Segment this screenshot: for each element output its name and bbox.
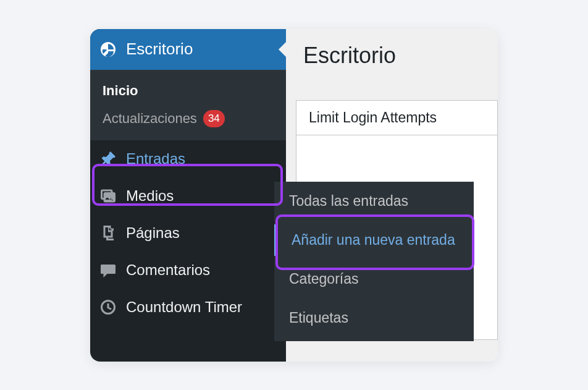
page-title: Escritorio [286, 29, 498, 69]
flyout-label: Todas las entradas [289, 193, 408, 209]
sidebar-item-label: Escritorio [126, 40, 193, 59]
flyout-item-add-new[interactable]: Añadir una nueva entrada [274, 221, 474, 260]
posts-flyout: Todas las entradas Añadir una nueva entr… [274, 182, 474, 341]
card-title: Limit Login Attempts [296, 101, 497, 135]
submenu-label: Actualizaciones [103, 111, 197, 127]
clock-icon [99, 298, 117, 316]
app-frame: Escritorio Limit Login Attempts Escritor… [90, 29, 498, 362]
sidebar-item-media[interactable]: Medios [90, 177, 286, 214]
sidebar-item-pages[interactable]: Páginas [90, 214, 286, 252]
flyout-label: Añadir una nueva entrada [292, 232, 455, 248]
submenu-item-updates[interactable]: Actualizaciones 34 [90, 104, 286, 133]
flyout-label: Etiquetas [289, 310, 348, 326]
dashboard-icon [99, 40, 117, 59]
pages-icon [99, 224, 117, 242]
sidebar-item-label: Medios [126, 187, 174, 205]
updates-badge: 34 [203, 110, 225, 127]
flyout-item-tags[interactable]: Etiquetas [274, 299, 474, 337]
submenu-label: Inicio [103, 83, 138, 99]
sidebar-item-label: Páginas [126, 224, 180, 242]
pin-icon [99, 150, 117, 168]
flyout-item-all-posts[interactable]: Todas las entradas [274, 182, 474, 221]
flyout-label: Categorías [289, 271, 359, 287]
dashboard-submenu: Inicio Actualizaciones 34 [90, 70, 286, 140]
sidebar-item-label: Countdown Timer [126, 299, 242, 316]
sidebar-item-countdown[interactable]: Countdown Timer [90, 289, 286, 326]
sidebar-item-label: Entradas [126, 150, 185, 167]
submenu-item-home[interactable]: Inicio [90, 77, 286, 104]
active-arrow-icon [279, 41, 287, 57]
sidebar-item-comments[interactable]: Comentarios [90, 252, 286, 289]
admin-sidebar: Escritorio Inicio Actualizaciones 34 Ent… [90, 29, 286, 362]
media-icon [99, 187, 117, 205]
sidebar-item-label: Comentarios [126, 261, 210, 279]
flyout-item-categories[interactable]: Categorías [274, 260, 474, 299]
sidebar-item-posts[interactable]: Entradas [90, 140, 286, 177]
comment-icon [99, 261, 117, 279]
sidebar-item-dashboard[interactable]: Escritorio [90, 29, 286, 70]
